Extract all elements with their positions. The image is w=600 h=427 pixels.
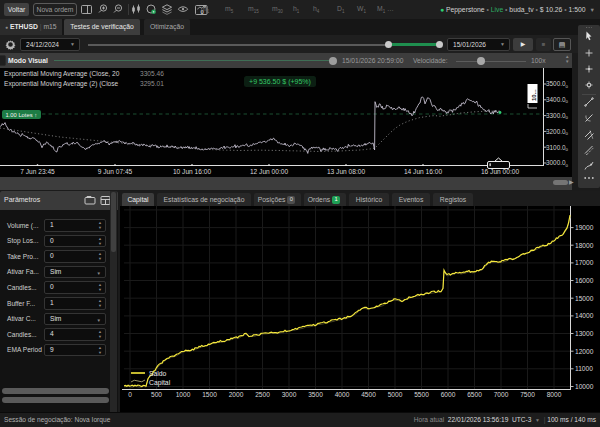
svg-text:5500: 5500 (414, 391, 429, 398)
svg-text:10000: 10000 (575, 383, 594, 390)
svg-text:3500.00: 3500.00 (546, 80, 569, 88)
svg-text:7500: 7500 (520, 391, 535, 398)
svg-text:4000: 4000 (335, 391, 350, 398)
svg-text:3100.00: 3100.00 (546, 144, 569, 152)
svg-text:2500: 2500 (255, 391, 270, 398)
svg-text:Capital: Capital (149, 379, 171, 387)
svg-text:3295.01: 3295.01 (140, 80, 164, 87)
svg-text:6500: 6500 (467, 391, 482, 398)
svg-text:Exponential Moving Average (2): Exponential Moving Average (2) (Close (4, 80, 119, 88)
svg-text:+9 536.50 $ (+95%): +9 536.50 $ (+95%) (249, 78, 311, 86)
svg-text:3305.46: 3305.46 (140, 70, 164, 77)
svg-text:1.00 Lotes ↑: 1.00 Lotes ↑ (6, 112, 38, 118)
svg-text:17000: 17000 (575, 259, 594, 266)
svg-text:3500: 3500 (308, 391, 323, 398)
svg-text:10...: 10... (531, 89, 537, 101)
svg-text:2000: 2000 (229, 391, 244, 398)
svg-text:13000: 13000 (575, 330, 594, 337)
svg-text:6000: 6000 (441, 391, 456, 398)
svg-text:7000: 7000 (494, 391, 509, 398)
svg-text:500: 500 (151, 391, 162, 398)
svg-text:4500: 4500 (361, 391, 376, 398)
svg-text:18000: 18000 (575, 242, 594, 249)
svg-text:3400.00: 3400.00 (546, 96, 569, 104)
svg-text:14000: 14000 (575, 312, 594, 319)
svg-text:19000: 19000 (575, 224, 594, 231)
svg-text:12 Jun 00:00: 12 Jun 00:00 (250, 168, 288, 175)
svg-text:3200.00: 3200.00 (546, 128, 569, 136)
svg-text:15000: 15000 (575, 295, 594, 302)
svg-text:3300.00: 3300.00 (546, 112, 569, 120)
svg-text:1000: 1000 (176, 391, 191, 398)
svg-text:0: 0 (128, 391, 132, 398)
svg-text:12000: 12000 (575, 348, 594, 355)
svg-text:3000: 3000 (282, 391, 297, 398)
svg-text:Exponential Moving Average (Cl: Exponential Moving Average (Close, 20 (4, 70, 120, 78)
svg-text:16000: 16000 (575, 277, 594, 284)
svg-text:16 Jun 00:00: 16 Jun 00:00 (481, 168, 519, 175)
svg-text:1500: 1500 (202, 391, 217, 398)
svg-text:11000: 11000 (575, 365, 593, 372)
svg-text:3000.00: 3000.00 (546, 159, 569, 167)
svg-text:14 Jun 16:00: 14 Jun 16:00 (404, 168, 442, 175)
svg-text:10 Jun 16:00: 10 Jun 16:00 (173, 168, 211, 175)
svg-text:9 Jun 07:45: 9 Jun 07:45 (98, 168, 133, 175)
svg-text:8000: 8000 (547, 391, 562, 398)
svg-text:7 Jun 23:45: 7 Jun 23:45 (20, 168, 55, 175)
svg-text:13 Jun 08:00: 13 Jun 08:00 (327, 168, 365, 175)
svg-text:5000: 5000 (388, 391, 403, 398)
svg-text:Saldo: Saldo (149, 370, 167, 377)
